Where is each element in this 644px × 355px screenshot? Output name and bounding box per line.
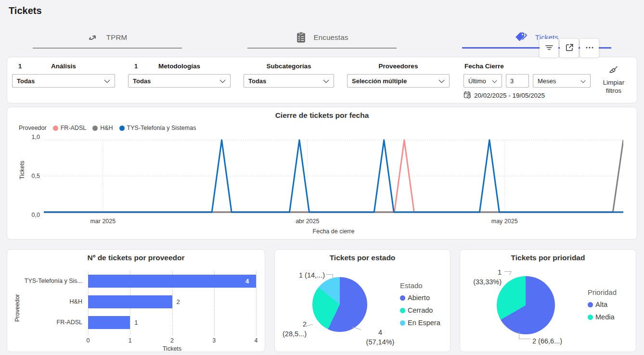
fecha-period-dropdown[interactable]: Último: [464, 74, 502, 88]
tab-tprm[interactable]: TPRM: [33, 28, 182, 49]
callout-connector: [519, 331, 530, 339]
metodologias-value: Todas: [133, 77, 151, 85]
prioridad-pie-title: Tickets por prioridad: [460, 254, 636, 262]
analisis-value: Todas: [17, 77, 35, 85]
x-tick-label: may 2025: [491, 218, 518, 225]
legend-item[interactable]: TYS-Telefonía y Sistemas: [119, 125, 196, 131]
fecha-period-value: Último: [468, 77, 486, 85]
line-chart-title: Cierre de tickets por fecha: [7, 111, 637, 120]
line-plot-area[interactable]: [44, 137, 623, 215]
pie-callout: 1 (14,...): [283, 271, 325, 280]
calendar-clock-icon: [464, 91, 471, 100]
fecha-unit-value: Meses: [538, 77, 556, 85]
x-tick-label: 4: [255, 337, 258, 344]
tab-label: TPRM: [106, 33, 127, 41]
prioridad-pie-card: Tickets por prioridad 1 (33,33%) 2 (66,6…: [460, 249, 636, 352]
chevron-down-icon: [323, 77, 329, 85]
tab-encuestas[interactable]: Encuestas: [247, 28, 397, 49]
bar-row: 4: [88, 275, 256, 288]
line-x-axis-title: Fecha de cierre: [44, 228, 623, 235]
legend-label: Abierto: [408, 294, 430, 302]
chevron-down-icon: [104, 77, 110, 85]
clear-filters-button[interactable]: Limpiar filtros: [596, 62, 631, 99]
analisis-count: 1: [18, 63, 22, 70]
line-chart-card: Cierre de tickets por fecha Proveedor FR…: [7, 107, 637, 240]
bar-value-label: 2: [177, 295, 180, 308]
visual-toolbar: [540, 39, 599, 57]
bar-value-label: 1: [134, 316, 138, 329]
chevron-down-icon: [219, 77, 226, 85]
chevron-down-icon: [580, 77, 586, 85]
legend-item[interactable]: Cerrado: [400, 306, 440, 314]
popout-button[interactable]: [560, 39, 579, 57]
proveedores-label: Proveedores: [347, 62, 450, 70]
legend-label: Cerrado: [408, 306, 433, 314]
estado-pie-card: Tickets por estado 1 (14,...) 2 (28,5...…: [274, 249, 451, 352]
estado-pie[interactable]: [312, 277, 367, 332]
line-x-ticks: mar 2025abr 2025may 2025: [44, 218, 623, 226]
x-tick-label: 0: [87, 337, 90, 344]
clipboard-checklist-icon: [296, 32, 306, 43]
legend-item[interactable]: FR-ADSL: [53, 125, 86, 131]
bar-H&H[interactable]: [88, 295, 172, 308]
bar-plot-area: 421: [88, 272, 256, 335]
y-tick-label: 1,0: [32, 134, 40, 140]
legend-label: Media: [595, 313, 615, 321]
legend-item[interactable]: En Espera: [400, 319, 440, 327]
page-title: Tickets: [9, 5, 42, 16]
metodologias-dropdown[interactable]: Todas: [128, 74, 231, 88]
line-chart-legend: Proveedor FR-ADSLH&HTYS-Telefonía y Sist…: [19, 125, 196, 131]
fecha-unit-dropdown[interactable]: Meses: [533, 74, 591, 88]
bar-category-label: TYS-Telefonía y Sis...: [25, 275, 82, 288]
analisis-dropdown[interactable]: Todas: [12, 74, 115, 88]
fecha-n-input[interactable]: [506, 74, 529, 88]
analisis-label: Análisis: [12, 62, 115, 70]
legend-label: TYS-Telefonía y Sistemas: [127, 125, 196, 131]
date-range-text: 20/02/2025 - 19/05/2025: [474, 92, 545, 99]
x-tick-label: mar 2025: [90, 218, 116, 225]
proveedores-dropdown[interactable]: Selección múltiple: [347, 74, 450, 88]
filter-lines-icon: [544, 43, 554, 54]
x-tick-label: 3: [212, 337, 216, 344]
legend-dot-icon: [400, 295, 405, 301]
subcategorias-dropdown[interactable]: Todas: [244, 74, 334, 88]
bar-gridline: [256, 272, 257, 335]
legend-title: Estado: [400, 281, 440, 290]
bar-TYS-Telefonía y Sis...[interactable]: [88, 275, 256, 288]
legend-dot-icon: [588, 315, 593, 320]
chevron-down-icon: [492, 77, 497, 85]
legend-item[interactable]: H&H: [92, 125, 113, 131]
legend-label: Alta: [595, 301, 607, 308]
pie-callout: 4 (57,14%): [360, 328, 401, 347]
bar-category-label: FR-ADSL: [57, 316, 82, 329]
bar-chart-card: Nº de tickets por proveedor Proveedor TY…: [7, 249, 265, 352]
bar-FR-ADSL[interactable]: [88, 316, 130, 329]
filter-bar: 1 Análisis Todas 1 Metodologías Todas Su…: [7, 57, 637, 103]
fecha-cierre-label: Fecha Cierre: [464, 62, 591, 70]
tag-icon: [515, 32, 528, 42]
subcategorias-label: Subcategorías: [244, 62, 334, 70]
legend-title: Proveedor: [19, 125, 47, 131]
bar-row: 2: [88, 295, 256, 308]
estado-pie-legend: Estado AbiertoCerradoEn Espera: [400, 281, 440, 331]
legend-item[interactable]: Abierto: [400, 294, 440, 302]
legend-dot-icon: [588, 302, 593, 307]
legend-item[interactable]: Media: [588, 313, 617, 321]
metodologias-label: Metodologías: [128, 62, 231, 70]
legend-item[interactable]: Alta: [588, 301, 617, 308]
filter-button[interactable]: [540, 39, 558, 57]
bar-row: 1: [88, 316, 256, 329]
legend-label: H&H: [100, 125, 113, 131]
line-y-ticks: 1,00,50,0: [26, 137, 40, 215]
legend-label: En Espera: [408, 319, 440, 327]
estado-pie-title: Tickets por estado: [275, 254, 450, 262]
more-options-button[interactable]: [580, 39, 599, 57]
x-tick-label: abr 2025: [296, 218, 319, 225]
bar-category-labels: TYS-Telefonía y Sis...H&HFR-ADSL: [22, 272, 85, 335]
legend-dot-icon: [92, 126, 98, 131]
bar-x-axis-title: Tickets: [88, 345, 256, 352]
prioridad-pie[interactable]: [497, 276, 555, 334]
bar-category-label: H&H: [70, 295, 82, 308]
proveedores-value: Selección múltiple: [352, 77, 407, 85]
pie-callout: 2 (28,5...): [275, 320, 307, 339]
